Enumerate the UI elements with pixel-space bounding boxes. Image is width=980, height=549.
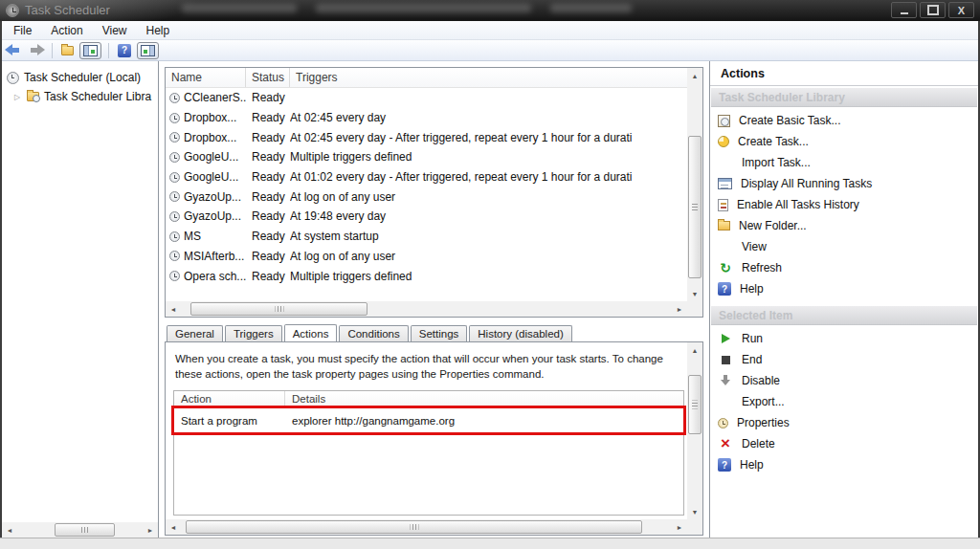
blurred-background-text xyxy=(550,4,632,12)
action-item-label: Help xyxy=(740,282,764,296)
close-button[interactable]: X xyxy=(948,2,974,18)
console-tree-icon xyxy=(83,45,98,56)
actions-pane-list: Task Scheduler Library Create Basic Task… xyxy=(710,88,978,475)
task-clock-icon xyxy=(169,172,180,183)
scroll-up-icon[interactable]: ▲ xyxy=(687,342,702,358)
scroll-right-icon[interactable]: ► xyxy=(143,522,158,538)
details-cell: explorer http://gangnamgame.org xyxy=(285,415,683,427)
detail-horizontal-scrollbar[interactable]: ◄ ► xyxy=(166,519,687,535)
show-hide-console-tree-button[interactable] xyxy=(79,42,101,59)
actions-table-rows: Start a program explorer http://gangnamg… xyxy=(174,408,683,432)
library-folder-icon xyxy=(27,92,39,101)
task-clock-icon xyxy=(169,191,180,202)
minimize-button[interactable] xyxy=(891,2,917,18)
help-button[interactable] xyxy=(116,42,133,59)
menu-item[interactable]: View xyxy=(93,22,137,39)
scroll-left-icon[interactable]: ◄ xyxy=(2,522,17,538)
scrollbar-thumb[interactable] xyxy=(55,523,115,537)
scrollbar-thumb[interactable] xyxy=(186,520,642,534)
scrollbar-thumb[interactable] xyxy=(688,136,702,277)
column-header-details[interactable]: Details xyxy=(285,391,683,407)
scroll-right-icon[interactable]: ► xyxy=(672,301,687,317)
table-row[interactable]: GoogleU... Ready Multiple triggers defin… xyxy=(166,147,687,167)
action-item[interactable]: Create Basic Task... xyxy=(710,110,978,131)
action-item[interactable]: Help xyxy=(710,278,978,299)
action-item-label: Refresh xyxy=(742,261,782,274)
action-item-label: Create Basic Task... xyxy=(739,114,841,127)
table-row[interactable]: Opera sch... Ready Multiple triggers def… xyxy=(166,266,687,286)
show-hide-action-pane-button[interactable] xyxy=(137,42,159,59)
task-list-horizontal-scrollbar[interactable]: ◄ ► xyxy=(166,301,687,317)
task-triggers: At log on of any user xyxy=(290,190,687,204)
tree-item-label: Task Scheduler Libra xyxy=(44,90,151,103)
task-name: Dropbox... xyxy=(184,111,236,124)
column-header-name[interactable]: Name xyxy=(166,68,246,87)
detail-tab[interactable]: Settings xyxy=(411,325,468,341)
task-detail-panel: GeneralTriggersActionsConditionsSettings… xyxy=(165,325,703,536)
highlighted-action-row[interactable]: Start a program explorer http://gangnamg… xyxy=(174,408,683,432)
action-cell: Start a program xyxy=(174,415,285,427)
table-row[interactable]: GoogleU... Ready At 01:02 every day - Af… xyxy=(166,167,687,187)
action-item[interactable]: Refresh xyxy=(710,257,978,278)
toolbar xyxy=(0,40,980,61)
action-item-label: Run xyxy=(742,332,763,345)
table-row[interactable]: GyazoUp... Ready At log on of any user xyxy=(166,187,687,207)
action-item[interactable]: Disable xyxy=(710,370,978,391)
show-console-tree-button[interactable] xyxy=(59,42,76,59)
detail-tab[interactable]: Actions xyxy=(284,324,338,341)
toolbar-separator xyxy=(108,43,109,58)
task-name: CCleanerS... xyxy=(184,91,246,104)
scroll-down-icon[interactable]: ▼ xyxy=(687,504,702,519)
scroll-left-icon[interactable]: ◄ xyxy=(166,519,181,535)
menu-item[interactable]: Action xyxy=(41,22,92,39)
detail-vertical-scrollbar[interactable]: ▲ ▼ xyxy=(687,342,702,519)
action-item-label: Delete xyxy=(742,437,775,450)
task-name: MS xyxy=(184,230,201,243)
column-header-action[interactable]: Action xyxy=(174,391,285,407)
action-item[interactable]: Delete xyxy=(710,433,978,454)
maximize-button[interactable] xyxy=(920,2,946,18)
detail-tab[interactable]: Triggers xyxy=(225,325,282,341)
task-list-vertical-scrollbar[interactable]: ▲ ▼ xyxy=(687,68,702,301)
expander-icon[interactable]: ▷ xyxy=(14,93,22,101)
table-row[interactable]: MSIAfterb... Ready At log on of any user xyxy=(166,247,687,267)
action-item[interactable]: Run xyxy=(710,328,978,349)
detail-tab[interactable]: History (disabled) xyxy=(469,325,571,341)
action-item[interactable]: Enable All Tasks History xyxy=(710,194,978,215)
scroll-right-icon[interactable]: ► xyxy=(672,519,687,535)
action-item[interactable]: New Folder... xyxy=(710,215,978,236)
table-row[interactable]: MS Ready At system startup xyxy=(166,227,687,247)
forward-icon[interactable] xyxy=(27,43,45,57)
action-item[interactable]: Display All Running Tasks xyxy=(710,173,978,194)
scroll-up-icon[interactable]: ▲ xyxy=(687,68,702,83)
scrollbar-thumb[interactable] xyxy=(688,375,702,433)
tree-horizontal-scrollbar[interactable]: ◄ ► xyxy=(2,522,158,538)
tree-item-task-scheduler-library[interactable]: ▷ Task Scheduler Libra xyxy=(2,87,158,106)
action-item[interactable]: Properties xyxy=(710,412,978,433)
column-header-triggers[interactable]: Triggers xyxy=(290,68,687,87)
table-row[interactable]: GyazoUp... Ready At 19:48 every day xyxy=(166,207,687,227)
back-icon[interactable] xyxy=(5,43,23,57)
tree-item-task-scheduler-local[interactable]: Task Scheduler (Local) xyxy=(2,68,158,87)
blurred-background-text xyxy=(316,4,531,12)
table-row[interactable]: Dropbox... Ready At 02:45 every day - Af… xyxy=(166,127,687,147)
menu-item[interactable]: Help xyxy=(137,22,180,39)
clock-icon xyxy=(7,72,19,84)
actions-group-header: Task Scheduler Library xyxy=(711,88,977,107)
table-row[interactable]: Dropbox... Ready At 02:45 every day xyxy=(166,108,687,128)
scroll-left-icon[interactable]: ◄ xyxy=(166,301,181,317)
scroll-down-icon[interactable]: ▼ xyxy=(687,286,702,301)
action-pane-icon xyxy=(141,45,155,56)
table-row[interactable]: CCleanerS... Ready xyxy=(166,88,687,108)
action-item[interactable]: Export... xyxy=(710,391,978,412)
detail-tab[interactable]: General xyxy=(167,325,223,341)
action-item[interactable]: Import Task... xyxy=(710,152,978,173)
column-header-status[interactable]: Status xyxy=(246,68,290,87)
action-item[interactable]: View xyxy=(710,236,978,257)
scrollbar-thumb[interactable] xyxy=(190,302,368,316)
menu-item[interactable]: File xyxy=(4,22,41,39)
action-item[interactable]: Create Task... xyxy=(710,131,978,152)
action-item[interactable]: End xyxy=(710,349,978,370)
action-item[interactable]: Help xyxy=(710,454,978,475)
detail-tab[interactable]: Conditions xyxy=(339,325,408,341)
